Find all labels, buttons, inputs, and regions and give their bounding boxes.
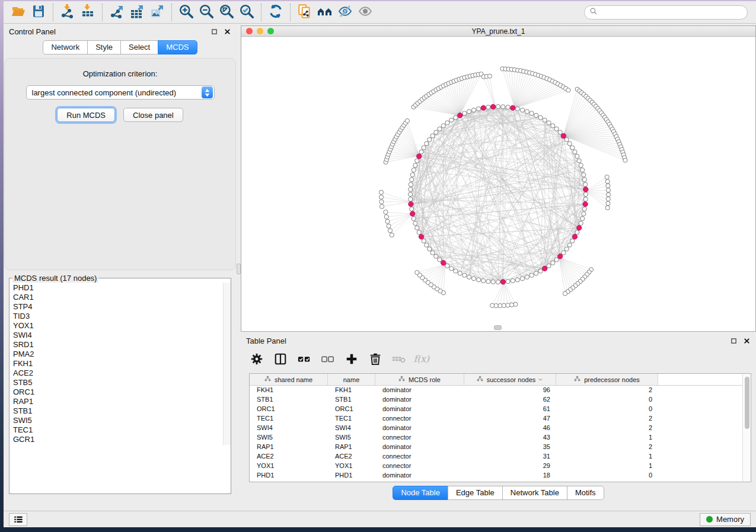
window-close-icon[interactable] xyxy=(246,28,253,34)
mcds-result-item[interactable]: STB5 xyxy=(13,378,219,387)
tab-edge-table[interactable]: Edge Table xyxy=(448,486,503,500)
import-table-button[interactable] xyxy=(78,4,98,21)
zoom-selected-button[interactable] xyxy=(237,4,257,21)
table-row[interactable]: ORC1ORC1dominator610 xyxy=(250,405,742,414)
mcds-result-item[interactable]: CAR1 xyxy=(13,293,219,302)
mcds-result-item[interactable]: FKH1 xyxy=(13,359,219,368)
settings-gear-button[interactable] xyxy=(248,351,266,369)
mcds-result-item[interactable]: GCR1 xyxy=(13,435,219,444)
mcds-result-item[interactable]: YOX1 xyxy=(13,321,219,331)
mcds-result-item[interactable]: ORC1 xyxy=(13,387,219,397)
table-cell: PHD1 xyxy=(250,471,328,480)
add-column-button[interactable] xyxy=(343,351,361,369)
table-row[interactable]: PHD1PHD1dominator180 xyxy=(250,471,742,480)
mcds-result-item[interactable]: STP4 xyxy=(13,302,219,312)
network-window-titlebar[interactable]: YPA_prune.txt_1 xyxy=(241,26,755,37)
mcds-result-scrollbar[interactable] xyxy=(223,283,231,445)
close-panel-action-button[interactable]: Close panel xyxy=(123,108,183,122)
splitter-handle-icon[interactable] xyxy=(237,264,241,274)
run-mcds-button[interactable]: Run MCDS xyxy=(57,108,115,122)
main-toolbar xyxy=(4,1,756,24)
column-layout-icon xyxy=(274,352,287,368)
mcds-result-item[interactable]: ACE2 xyxy=(13,368,219,378)
table-cell: ACE2 xyxy=(328,452,375,462)
mcds-result-list[interactable]: PHD1CAR1STP4TID3YOX1SWI4SRD1PMA2FKH1ACE2… xyxy=(9,283,223,445)
svg-text:f(x): f(x) xyxy=(414,354,430,364)
mcds-result-item[interactable]: STB1 xyxy=(13,406,219,416)
table-cell: ACE2 xyxy=(250,452,328,462)
column-header-name[interactable]: name xyxy=(328,374,375,385)
show-all-button[interactable] xyxy=(355,4,375,21)
close-table-panel-button[interactable] xyxy=(742,336,751,345)
mcds-result-item[interactable]: RAP1 xyxy=(13,397,219,406)
window-zoom-icon[interactable] xyxy=(267,28,274,34)
export-image-button[interactable] xyxy=(147,4,167,21)
column-layout-button[interactable] xyxy=(272,351,289,369)
table-cell: 18 xyxy=(464,471,556,480)
criterion-dropdown[interactable]: largest connected component (undirected) xyxy=(26,85,215,100)
table-row[interactable]: TEC1TEC1connector472 xyxy=(250,414,742,424)
network-view[interactable] xyxy=(241,37,755,331)
mcds-result-item[interactable]: TID3 xyxy=(13,312,219,321)
table-row[interactable]: SWI4SWI4dominator462 xyxy=(250,424,742,433)
column-header-shared-name[interactable]: shared name xyxy=(250,374,328,385)
task-history-button[interactable] xyxy=(9,513,27,526)
delete-column-button[interactable] xyxy=(366,351,384,369)
table-row[interactable]: YOX1YOX1connector291 xyxy=(250,462,742,471)
tree-icon xyxy=(398,376,406,383)
close-panel-button[interactable] xyxy=(223,27,231,36)
import-network-button[interactable] xyxy=(58,4,78,21)
tab-network-table[interactable]: Network Table xyxy=(502,486,567,500)
table-vscroll-thumb[interactable] xyxy=(745,377,749,429)
mcds-result-item[interactable]: SWI4 xyxy=(13,331,219,340)
search-input[interactable] xyxy=(601,8,742,17)
hide-selected-button[interactable] xyxy=(335,4,355,21)
select-all-button[interactable] xyxy=(295,351,313,369)
search-box[interactable] xyxy=(584,5,748,20)
network-canvas[interactable] xyxy=(241,37,755,331)
memory-label: Memory xyxy=(716,515,744,524)
table-cell: dominator xyxy=(375,424,464,433)
tab-motifs[interactable]: Motifs xyxy=(567,486,604,500)
table-row[interactable]: FKH1FKH1dominator962 xyxy=(250,386,742,395)
open-session-button[interactable] xyxy=(8,4,28,21)
float-panel-button[interactable] xyxy=(210,27,218,36)
import-table-icon xyxy=(80,4,95,21)
table-vscrollbar[interactable] xyxy=(742,374,751,482)
float-table-panel-button[interactable] xyxy=(729,336,738,345)
column-header-successor-nodes[interactable]: successor nodes xyxy=(464,374,556,385)
save-session-button[interactable] xyxy=(28,4,49,21)
tab-network[interactable]: Network xyxy=(43,40,88,55)
mcds-result-item[interactable]: SRD1 xyxy=(13,340,219,350)
window-minimize-icon[interactable] xyxy=(257,28,263,34)
first-neighbors-button[interactable] xyxy=(315,4,335,21)
tab-style[interactable]: Style xyxy=(87,40,121,55)
tab-node-table[interactable]: Node Table xyxy=(393,486,448,500)
zoom-in-button[interactable] xyxy=(176,4,196,21)
export-network-button[interactable] xyxy=(107,4,127,21)
zoom-out-button[interactable] xyxy=(196,4,216,21)
table-row[interactable]: STB1STB1dominator620 xyxy=(250,395,742,405)
mcds-result-item[interactable]: PHD1 xyxy=(13,283,219,293)
new-network-from-selection-button[interactable] xyxy=(295,4,315,21)
mcds-result-item[interactable]: PMA2 xyxy=(13,350,219,359)
tab-mcds[interactable]: MCDS xyxy=(158,40,197,55)
refresh-network-button[interactable] xyxy=(266,4,286,21)
table-row[interactable]: ACE2ACE2connector311 xyxy=(250,452,742,462)
panel-splitter[interactable] xyxy=(237,24,241,511)
status-bar: Memory xyxy=(4,511,756,527)
column-header-predecessor-nodes[interactable]: predecessor nodes xyxy=(556,374,658,385)
tab-select[interactable]: Select xyxy=(120,40,158,55)
table-row[interactable]: SWI5SWI5connector431 xyxy=(250,433,742,443)
zoom-fit-button[interactable] xyxy=(216,4,237,21)
column-header-MCDS-role[interactable]: MCDS role xyxy=(375,374,464,385)
mcds-result-item[interactable]: TEC1 xyxy=(13,425,219,435)
deselect-all-button[interactable] xyxy=(319,351,337,369)
control-panel-title: Control Panel xyxy=(9,27,56,36)
network-hscroll-thumb[interactable] xyxy=(494,325,502,330)
table-row[interactable]: RAP1RAP1dominator352 xyxy=(250,443,742,452)
node-table: shared namenameMCDS rolesuccessor nodesp… xyxy=(249,373,751,482)
export-table-button[interactable] xyxy=(127,4,147,21)
mcds-result-item[interactable]: SWI5 xyxy=(13,416,219,425)
memory-button[interactable]: Memory xyxy=(700,513,751,526)
